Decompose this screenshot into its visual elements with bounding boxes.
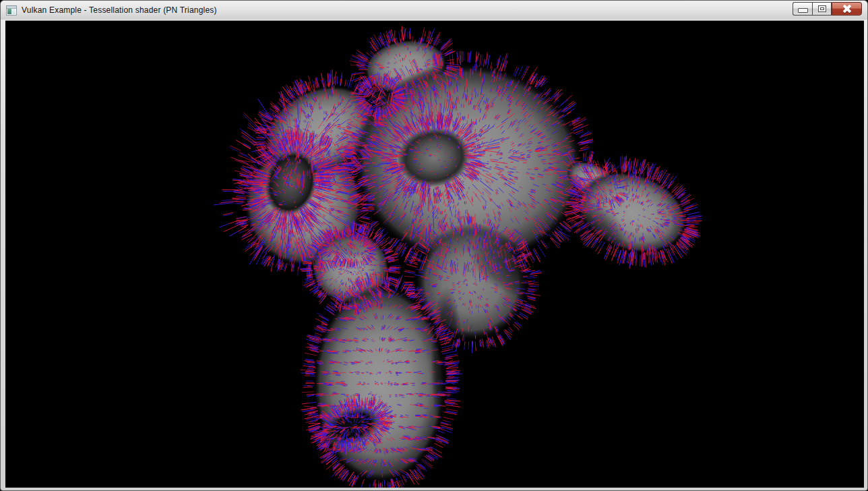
vulkan-viewport[interactable] <box>5 21 864 488</box>
titlebar[interactable]: Vulkan Example - Tessellation shader (PN… <box>1 1 867 20</box>
vulkan-example-window: Vulkan Example - Tessellation shader (PN… <box>0 0 868 491</box>
render-client-area <box>5 20 864 488</box>
close-icon <box>842 4 852 13</box>
window-controls <box>793 2 862 16</box>
maximize-icon <box>818 5 826 12</box>
app-icon <box>6 5 17 16</box>
minimize-button[interactable] <box>793 2 812 16</box>
minimize-icon <box>798 8 808 13</box>
close-button[interactable] <box>832 2 862 16</box>
window-title: Vulkan Example - Tessellation shader (PN… <box>22 5 217 15</box>
maximize-button[interactable] <box>812 2 832 16</box>
